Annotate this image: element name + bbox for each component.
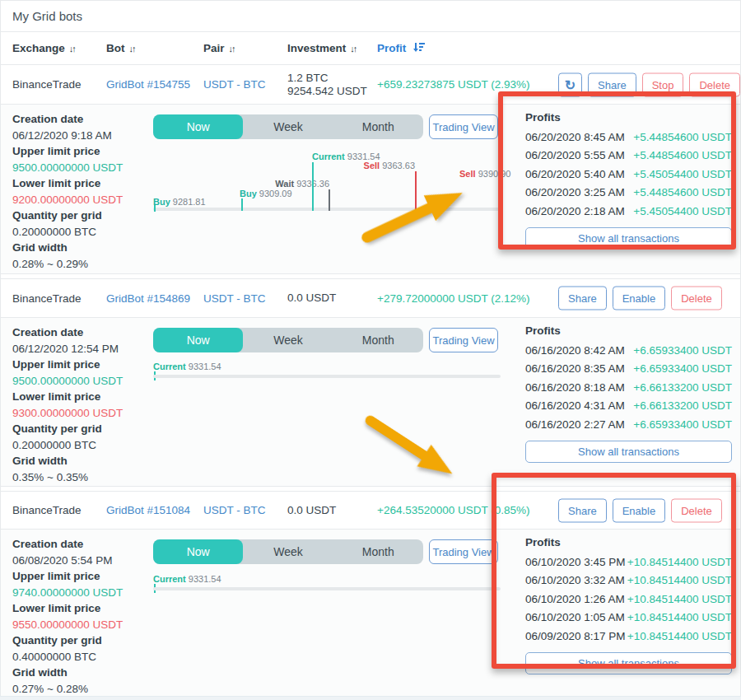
profit-date: 06/09/2020 8:17 PM bbox=[525, 628, 626, 646]
grid-width-label: Grid width bbox=[12, 240, 151, 256]
share-button[interactable]: Share bbox=[558, 498, 607, 522]
sort-icon: ↓↑ bbox=[350, 44, 356, 54]
profit-date: 06/10/2020 1:26 AM bbox=[525, 590, 625, 609]
bot-info: Creation date 06/12/2020 12:54 PM Upper … bbox=[12, 324, 151, 485]
page-title: My Grid bots bbox=[1, 1, 740, 32]
current-tick bbox=[312, 162, 314, 211]
column-label: Pair bbox=[203, 42, 225, 54]
investment-value: 1.2 BTC 9254.542 USDT bbox=[287, 72, 377, 98]
bot-row: BinanceTrade GridBot #154869 USDT - BTC … bbox=[1, 278, 740, 317]
column-header-investment[interactable]: Investment ↓↑ bbox=[287, 42, 377, 54]
upper-limit-label: Upper limit price bbox=[12, 568, 151, 585]
sort-icon: ↓↑ bbox=[69, 44, 75, 54]
profit-amount: +6.66133200 USDT bbox=[633, 397, 732, 415]
quantity-label: Quantity per grid bbox=[12, 632, 151, 649]
upper-limit-value: 9500.00000000 USDT bbox=[12, 160, 151, 176]
profit-row: 06/16/2020 8:42 AM+6.65933400 USDT bbox=[525, 342, 732, 360]
column-label: Bot bbox=[106, 42, 125, 54]
quantity-label: Quantity per grid bbox=[12, 208, 151, 224]
show-all-transactions-button[interactable]: Show all transactions bbox=[525, 652, 732, 674]
chart-marker-buy: Buy 9309.09 bbox=[240, 189, 292, 198]
profits-panel: Profits 06/16/2020 8:42 AM+6.65933400 US… bbox=[525, 324, 732, 463]
profit-date: 06/16/2020 8:42 AM bbox=[525, 342, 625, 360]
exchange-name: BinanceTrade bbox=[1, 78, 106, 91]
column-label: Exchange bbox=[12, 42, 65, 54]
chart-marker-wait: Wait 9336.36 bbox=[260, 179, 329, 189]
grid-price-chart: Buy 9281.81 Buy 9309.09 Wait 9336.36 Cur… bbox=[153, 105, 501, 216]
chart-marker-buy: Buy 9281.81 bbox=[153, 197, 206, 207]
bot-link[interactable]: GridBot #154869 bbox=[106, 292, 203, 305]
upper-limit-label: Upper limit price bbox=[12, 143, 151, 160]
profit-date: 06/20/2020 5:40 AM bbox=[525, 166, 625, 184]
sort-icon: ↓↑ bbox=[129, 44, 135, 54]
delete-button[interactable]: Delete bbox=[671, 287, 722, 310]
investment-value: 0.0 USDT bbox=[287, 504, 377, 517]
show-all-transactions-button[interactable]: Show all transactions bbox=[525, 227, 732, 250]
profit-row: 06/16/2020 4:31 AM+6.66133200 USDT bbox=[525, 397, 732, 415]
enable-button[interactable]: Enable bbox=[613, 498, 665, 522]
share-button[interactable]: Share bbox=[558, 287, 607, 310]
sort-icon: ↓↑ bbox=[229, 44, 235, 54]
lower-limit-value: 9550.00000000 USDT bbox=[12, 617, 151, 633]
wait-tick bbox=[329, 189, 330, 211]
delete-button[interactable]: Delete bbox=[689, 72, 740, 96]
profit-date: 06/20/2020 5:55 AM bbox=[525, 147, 625, 165]
bot-row: BinanceTrade GridBot #151084 USDT - BTC … bbox=[1, 491, 740, 529]
bot-row: BinanceTrade GridBot #154755 USDT - BTC … bbox=[1, 65, 740, 104]
profit-amount: +10.84514400 USDT bbox=[627, 590, 732, 609]
profit-row: 06/10/2020 1:26 AM+10.84514400 USDT bbox=[525, 590, 732, 609]
table-header: Exchange ↓↑ Bot ↓↑ Pair ↓↑ Investment ↓↑… bbox=[1, 32, 740, 65]
profit-amount: +5.44854600 USDT bbox=[633, 128, 732, 147]
delete-button[interactable]: Delete bbox=[671, 498, 722, 522]
pair-link[interactable]: USDT - BTC bbox=[203, 292, 287, 305]
column-header-exchange[interactable]: Exchange ↓↑ bbox=[1, 42, 106, 54]
bot-detail-panel: Creation date 06/12/2020 12:54 PM Upper … bbox=[1, 317, 740, 487]
refresh-button[interactable]: ↻ bbox=[558, 72, 582, 96]
profit-date: 06/16/2020 8:35 AM bbox=[525, 360, 625, 378]
profit-amount: +10.84514400 USDT bbox=[627, 628, 732, 646]
lower-limit-value: 9200.00000000 USDT bbox=[12, 192, 151, 208]
profit-date: 06/20/2020 2:18 AM bbox=[525, 203, 625, 221]
grid-price-chart: Current 9331.54 bbox=[153, 318, 501, 429]
quantity-label: Quantity per grid bbox=[12, 421, 151, 437]
share-button[interactable]: Share bbox=[588, 72, 636, 96]
profit-row: 06/10/2020 3:45 PM+10.84514400 USDT bbox=[525, 553, 732, 572]
profit-amount: +5.44854600 USDT bbox=[633, 147, 732, 165]
bot-link[interactable]: GridBot #151084 bbox=[106, 504, 203, 516]
show-all-transactions-button[interactable]: Show all transactions bbox=[525, 441, 732, 463]
quantity-value: 0.40000000 BTC bbox=[12, 649, 151, 665]
profit-row: 06/20/2020 5:55 AM+5.44854600 USDT bbox=[525, 147, 732, 165]
lower-limit-label: Lower limit price bbox=[12, 389, 151, 405]
chart-marker-current: Current 9331.54 bbox=[153, 362, 221, 371]
column-header-profit[interactable]: Profit bbox=[377, 41, 740, 55]
pair-link[interactable]: USDT - BTC bbox=[203, 78, 287, 91]
column-header-bot[interactable]: Bot ↓↑ bbox=[106, 42, 203, 54]
creation-date-label: Creation date bbox=[12, 324, 151, 341]
profit-amount: +5.45054400 USDT bbox=[633, 203, 732, 221]
profits-title: Profits bbox=[525, 536, 732, 549]
pair-link[interactable]: USDT - BTC bbox=[203, 504, 287, 516]
column-header-pair[interactable]: Pair ↓↑ bbox=[203, 42, 287, 54]
profits-panel: Profits 06/20/2020 8:45 AM+5.44854600 US… bbox=[525, 111, 732, 250]
bot-detail-panel: Creation date 06/12/2020 9:18 AM Upper l… bbox=[1, 104, 740, 274]
stop-button[interactable]: Stop bbox=[642, 72, 684, 96]
row-actions: Share Enable Delete bbox=[558, 498, 722, 522]
enable-button[interactable]: Enable bbox=[613, 287, 665, 310]
exchange-name: BinanceTrade bbox=[1, 504, 106, 516]
profits-title: Profits bbox=[525, 324, 732, 338]
row-actions: ↻ Share Stop Delete bbox=[558, 72, 740, 96]
buy-tick bbox=[154, 205, 156, 212]
profit-row: 06/20/2020 2:18 AM+5.45054400 USDT bbox=[525, 203, 732, 221]
creation-date-value: 06/08/2020 5:54 PM bbox=[12, 553, 151, 569]
upper-limit-label: Upper limit price bbox=[12, 357, 151, 373]
grid-width-value: 0.27% ~ 0.28% bbox=[12, 681, 151, 698]
bot-link[interactable]: GridBot #154755 bbox=[106, 78, 203, 91]
column-label: Investment bbox=[287, 42, 346, 54]
profit-row: 06/10/2020 3:32 AM+10.84514400 USDT bbox=[525, 572, 732, 590]
lower-limit-value: 9300.00000000 USDT bbox=[12, 405, 151, 422]
profit-amount: +6.65933400 USDT bbox=[633, 360, 732, 378]
chart-baseline bbox=[153, 587, 501, 590]
sell-tick bbox=[415, 171, 417, 211]
profit-date: 06/16/2020 2:27 AM bbox=[525, 416, 625, 434]
chart-marker-sell: Sell 9363.63 bbox=[349, 161, 415, 170]
